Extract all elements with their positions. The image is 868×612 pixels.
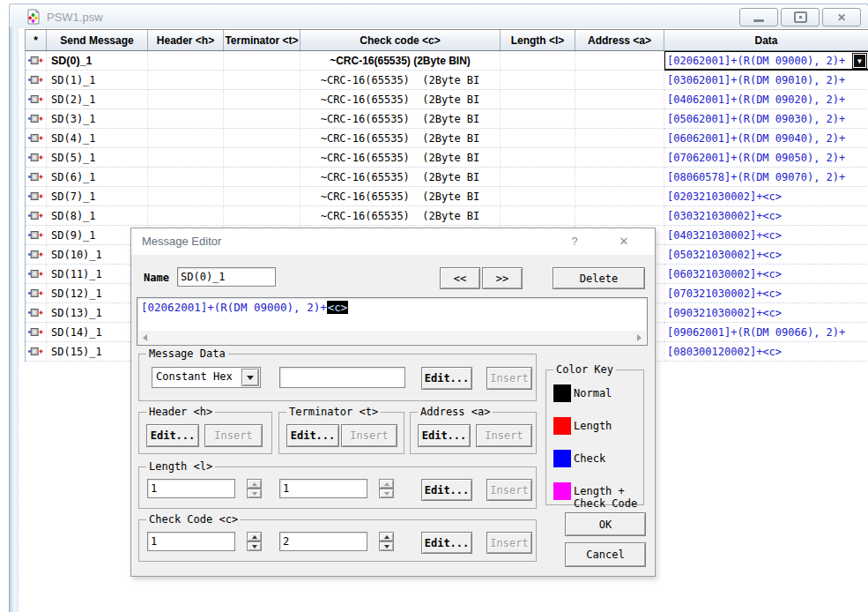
terminator-cell[interactable]	[224, 90, 300, 109]
header-cell[interactable]	[148, 109, 224, 129]
spinner-down-button[interactable]	[247, 541, 262, 551]
header-cell[interactable]	[148, 90, 224, 109]
length-cell[interactable]	[501, 129, 575, 148]
next-message-button[interactable]: >>	[482, 267, 523, 289]
table-row[interactable]: SD(7)_1 ~CRC-16(65535) (2Byte BI [020321…	[26, 187, 868, 206]
scroll-right-button[interactable]	[633, 331, 646, 344]
address-edit-button[interactable]: Edit...	[418, 424, 471, 447]
spinner-down-button[interactable]	[379, 489, 394, 498]
table-row[interactable]: SD(8)_1 ~CRC-16(65535) (2Byte BI [030321…	[26, 206, 868, 226]
dialog-titlebar[interactable]: Message Editor ? ✕	[131, 228, 655, 255]
length-cell[interactable]	[501, 168, 575, 187]
spinner-up-button[interactable]	[247, 532, 262, 541]
header-cell[interactable]	[148, 206, 224, 226]
minimize-button[interactable]	[739, 8, 778, 26]
terminator-cell[interactable]	[224, 168, 300, 187]
address-cell[interactable]	[575, 90, 664, 109]
length-cell[interactable]	[501, 109, 575, 129]
check-value2-input[interactable]	[279, 532, 367, 551]
address-cell[interactable]	[575, 187, 664, 206]
scroll-left-button[interactable]	[138, 331, 152, 344]
previous-message-button[interactable]: <<	[440, 267, 480, 289]
help-button[interactable]: ?	[561, 230, 588, 252]
data-cell[interactable]: [040321030002]+<c>▼	[664, 226, 868, 245]
spinner-down-button[interactable]	[379, 541, 394, 551]
check-code-cell[interactable]: ~CRC-16(65535) (2Byte BI	[300, 129, 501, 148]
terminator-cell[interactable]	[224, 187, 300, 206]
send-message-name-cell[interactable]: SD(6)_1	[47, 168, 148, 187]
check-code-cell[interactable]: ~CRC-16(65535) (2Byte BI	[300, 109, 501, 129]
terminator-cell[interactable]	[224, 206, 300, 226]
table-row[interactable]: SD(1)_1 ~CRC-16(65535) (2Byte BI [030620…	[26, 71, 868, 90]
data-cell[interactable]: [020321030002]+<c>▼	[664, 187, 868, 206]
terminator-cell[interactable]	[224, 109, 300, 129]
terminator-cell[interactable]	[224, 71, 300, 90]
data-cell[interactable]: [030321030002]+<c>▼	[664, 206, 868, 226]
data-cell[interactable]: [05062001]+(R(DM 09030), 2)+▼	[664, 109, 868, 129]
send-message-name-cell[interactable]: SD(0)_1	[47, 51, 148, 71]
spinner-up-button[interactable]	[379, 479, 394, 489]
send-message-name-cell[interactable]: SD(3)_1	[47, 109, 148, 129]
header-edit-button[interactable]: Edit...	[146, 424, 199, 447]
data-cell[interactable]: [07062001]+(R(DM 09050), 2)+▼	[664, 148, 868, 168]
delete-button[interactable]: Delete	[553, 267, 645, 289]
data-cell[interactable]: [080300120002]+<c>▼	[664, 342, 868, 362]
send-message-name-cell[interactable]: SD(5)_1	[47, 148, 148, 168]
table-row[interactable]: SD(5)_1 ~CRC-16(65535) (2Byte BI [070620…	[26, 148, 868, 168]
combobox-drop-button[interactable]	[241, 369, 259, 386]
address-cell[interactable]	[575, 129, 664, 148]
header-cell[interactable]	[148, 129, 224, 148]
address-cell[interactable]	[575, 206, 664, 226]
message-hscrollbar[interactable]	[138, 331, 646, 344]
terminator-cell[interactable]	[224, 129, 300, 148]
data-cell[interactable]: [09062001]+(R(DM 09066), 2)+▼	[664, 323, 868, 342]
terminator-edit-button[interactable]: Edit...	[286, 424, 339, 447]
header-cell[interactable]	[148, 187, 224, 206]
data-type-combobox[interactable]: Constant Hex	[152, 367, 261, 388]
terminator-cell[interactable]	[224, 51, 300, 71]
data-cell[interactable]: [050321030002]+<c>▼	[664, 245, 868, 265]
terminator-cell[interactable]	[224, 148, 300, 168]
column-header-data[interactable]: Data	[664, 30, 868, 50]
header-cell[interactable]	[148, 148, 224, 168]
length-value1-input[interactable]	[147, 479, 235, 498]
send-message-name-cell[interactable]: SD(2)_1	[47, 90, 148, 109]
length-edit-button[interactable]: Edit...	[421, 479, 472, 501]
window-titlebar[interactable]: PSW1.psw ✕	[9, 4, 868, 30]
data-cell[interactable]: [04062001]+(R(DM 09020), 2)+▼	[664, 90, 868, 109]
table-row[interactable]: SD(3)_1 ~CRC-16(65535) (2Byte BI [050620…	[26, 109, 868, 129]
message-data-edit-button[interactable]: Edit...	[421, 367, 472, 390]
check-code-cell[interactable]: ~CRC-16(65535) (2Byte BIN)	[300, 51, 501, 71]
data-cell[interactable]: [090321030002]+<c>▼	[664, 303, 868, 323]
column-header-length[interactable]: Length <l>	[501, 30, 575, 50]
length-cell[interactable]	[501, 51, 575, 71]
check-value1-input[interactable]	[147, 532, 235, 551]
table-row[interactable]: SD(6)_1 ~CRC-16(65535) (2Byte BI [080605…	[26, 168, 868, 187]
address-cell[interactable]	[575, 168, 664, 187]
table-row[interactable]: SD(4)_1 ~CRC-16(65535) (2Byte BI [060620…	[26, 129, 868, 148]
check-code-cell[interactable]: ~CRC-16(65535) (2Byte BI	[300, 187, 501, 206]
spinner-up-button[interactable]	[247, 479, 262, 489]
data-cell[interactable]: [06062001]+(R(DM 09040), 2)+▼	[664, 129, 868, 148]
column-header-check-code[interactable]: Check code <c>	[300, 30, 501, 50]
data-cell[interactable]: [03062001]+(R(DM 09010), 2)+▼	[664, 71, 868, 90]
check-code-cell[interactable]: ~CRC-16(65535) (2Byte BI	[300, 90, 501, 109]
dialog-close-button[interactable]: ✕	[611, 230, 637, 252]
header-cell[interactable]	[148, 71, 224, 90]
data-cell[interactable]: [02062001]+(R(DM 09000), 2)+▼	[664, 51, 868, 71]
check-edit-button[interactable]: Edit...	[421, 532, 472, 554]
header-cell[interactable]	[148, 51, 224, 71]
length-cell[interactable]	[501, 71, 575, 90]
table-row[interactable]: SD(2)_1 ~CRC-16(65535) (2Byte BI [040620…	[26, 90, 868, 109]
header-cell[interactable]	[148, 168, 224, 187]
ok-button[interactable]: OK	[565, 512, 646, 536]
column-header-terminator[interactable]: Terminator <t>	[224, 30, 300, 50]
address-cell[interactable]	[575, 51, 664, 71]
send-message-name-cell[interactable]: SD(1)_1	[47, 71, 148, 90]
send-message-name-cell[interactable]: SD(7)_1	[47, 187, 148, 206]
address-cell[interactable]	[575, 109, 664, 129]
address-cell[interactable]	[575, 148, 664, 168]
check-code-cell[interactable]: ~CRC-16(65535) (2Byte BI	[300, 168, 501, 187]
spinner-down-button[interactable]	[247, 489, 262, 498]
length-value2-input[interactable]	[279, 479, 367, 498]
